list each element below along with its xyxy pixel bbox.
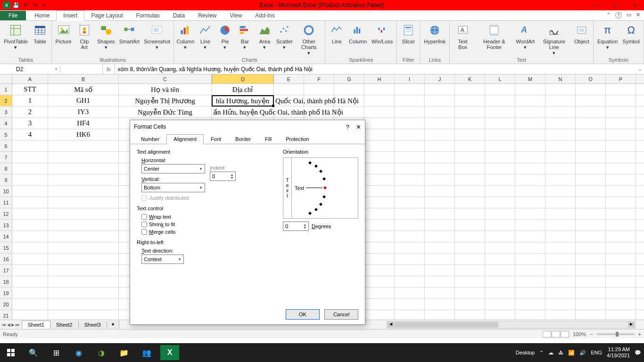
tab-addins[interactable]: Add-Ins: [248, 11, 281, 20]
row-header-11[interactable]: 11: [0, 197, 12, 208]
dialog-titlebar[interactable]: Format Cells ? ✕: [130, 120, 365, 133]
search-icon[interactable]: 🔍: [23, 343, 44, 362]
cell-A5[interactable]: 4: [12, 129, 48, 140]
excel-taskbar-icon[interactable]: X: [160, 345, 179, 360]
row-header-16[interactable]: 16: [0, 254, 12, 265]
bar-chart-button[interactable]: Bar▾: [235, 22, 254, 51]
sheet-nav-next-icon[interactable]: ▶: [11, 322, 15, 327]
orient-arc[interactable]: Text: [292, 158, 358, 218]
tray-language[interactable]: ENG: [591, 350, 602, 355]
row-header-17[interactable]: 17: [0, 265, 12, 276]
col-header-G[interactable]: G: [334, 74, 364, 83]
orient-vertical-text[interactable]: Text: [283, 158, 292, 218]
col-header-P[interactable]: P: [606, 74, 636, 83]
table-button[interactable]: Table: [31, 22, 50, 45]
row-header-7[interactable]: 7: [0, 152, 12, 163]
dialog-help-icon[interactable]: ?: [346, 123, 349, 131]
row-header-8[interactable]: 8: [0, 163, 12, 174]
row-header-13[interactable]: 13: [0, 220, 12, 231]
help-icon[interactable]: ?: [615, 12, 622, 18]
ok-button[interactable]: OK: [286, 309, 320, 320]
pie-chart-button[interactable]: Pie▾: [215, 22, 234, 51]
app-icon-1[interactable]: ◑: [91, 343, 112, 362]
wrap-text-checkbox[interactable]: [141, 214, 147, 220]
sheet-nav-prev-icon[interactable]: ◀: [7, 322, 10, 327]
minimize-button[interactable]: ─: [587, 0, 606, 10]
horizontal-scrollbar[interactable]: ◀▶: [387, 321, 636, 329]
sheet-tab-1[interactable]: Sheet1: [22, 321, 50, 329]
sheet-tab-2[interactable]: Sheet2: [50, 321, 79, 329]
row-header-10[interactable]: 10: [0, 186, 12, 197]
tray-onedrive-icon[interactable]: ☁: [548, 350, 553, 356]
smartart-button[interactable]: SmartArt: [117, 22, 141, 45]
col-header-F[interactable]: F: [304, 74, 334, 83]
cell-B1[interactable]: Mã số: [48, 84, 119, 95]
scatter-chart-button[interactable]: Scatter▾: [275, 22, 294, 51]
column-chart-button[interactable]: Column▾: [176, 22, 195, 51]
col-header-M[interactable]: M: [515, 74, 545, 83]
new-sheet-button[interactable]: ✦: [107, 321, 119, 329]
sheet-nav-last-icon[interactable]: ⏭: [16, 322, 20, 327]
slicer-button[interactable]: Slicer: [399, 22, 418, 45]
view-normal-button[interactable]: [543, 331, 551, 337]
cell-D2[interactable]: hĩa Hương, huyện: [212, 95, 274, 106]
degrees-spinner[interactable]: 0▲▼: [283, 222, 309, 231]
sheet-nav-first-icon[interactable]: ⏮: [2, 322, 6, 327]
view-pagebreak-button[interactable]: [561, 331, 569, 337]
zoom-out-button[interactable]: −: [590, 331, 593, 337]
tab-view[interactable]: View: [223, 11, 249, 20]
col-header-C[interactable]: C: [119, 74, 212, 83]
formula-input[interactable]: xóm 8, thônVăn Quang, xã Nghĩa Hương, hu…: [115, 66, 636, 73]
horizontal-select[interactable]: Center▼: [141, 164, 205, 173]
tab-file[interactable]: File: [0, 11, 26, 20]
cell-B4[interactable]: HF4: [48, 118, 119, 129]
row-header-4[interactable]: 4: [0, 118, 12, 129]
shapes-button[interactable]: Shapes▾: [95, 22, 116, 51]
sparkline-winloss-button[interactable]: Win/Loss: [370, 22, 395, 45]
cell-D1[interactable]: Địa chỉ: [212, 84, 274, 95]
vertical-select[interactable]: Bottom▼: [141, 183, 205, 192]
area-chart-button[interactable]: Area▾: [255, 22, 274, 51]
tab-review[interactable]: Review: [191, 11, 223, 20]
sparkline-column-button[interactable]: Column: [347, 22, 369, 45]
row-header-5[interactable]: 5: [0, 129, 12, 140]
signature-line-button[interactable]: Signature Line▾: [537, 22, 571, 57]
dialog-tab-border[interactable]: Border: [228, 134, 258, 144]
orientation-control[interactable]: Text Text: [283, 157, 358, 219]
col-header-A[interactable]: A: [12, 74, 48, 83]
cancel-button[interactable]: Cancel: [324, 309, 358, 320]
tray-network-icon[interactable]: 🖧: [558, 350, 563, 355]
sheet-tab-3[interactable]: Sheet3: [79, 321, 107, 329]
tab-insert[interactable]: Insert: [56, 10, 84, 21]
shrink-to-fit-checkbox[interactable]: [141, 222, 147, 227]
clipart-button[interactable]: Clip Art: [74, 22, 94, 51]
dialog-tab-fill[interactable]: Fill: [258, 134, 279, 144]
cell-A3[interactable]: 2: [12, 107, 48, 117]
row-header-19[interactable]: 19: [0, 288, 12, 299]
tab-page-layout[interactable]: Page Layout: [84, 11, 129, 20]
col-header-K[interactable]: K: [455, 74, 485, 83]
start-button[interactable]: [0, 343, 22, 362]
ribbon-minimize-icon[interactable]: ⌃: [606, 12, 611, 18]
teams-icon[interactable]: 👥: [136, 343, 157, 362]
tray-wifi-icon[interactable]: 📶: [568, 350, 575, 356]
cell-C1[interactable]: Họ và tên: [119, 84, 212, 95]
col-header-B[interactable]: B: [48, 74, 119, 83]
undo-icon[interactable]: ↶: [22, 1, 29, 9]
tab-home[interactable]: Home: [28, 11, 56, 20]
zoom-level[interactable]: 100%: [573, 331, 586, 337]
cell-C3[interactable]: Nguyễn Đức Tùng: [119, 107, 212, 117]
col-header-E[interactable]: E: [274, 74, 304, 83]
view-pagelayout-button[interactable]: [552, 331, 560, 337]
tray-volume-icon[interactable]: 🔊: [579, 350, 586, 356]
zoom-slider[interactable]: [597, 333, 635, 335]
taskbar-clock[interactable]: 11:29 AM 4/19/2021: [607, 346, 630, 359]
cell-A2[interactable]: 1: [12, 95, 48, 106]
row-header-1[interactable]: 1: [0, 84, 12, 95]
row-header-18[interactable]: 18: [0, 276, 12, 288]
redo-icon[interactable]: ↷: [31, 1, 39, 9]
text-direction-select[interactable]: Context▼: [141, 255, 184, 264]
col-header-J[interactable]: J: [425, 74, 455, 83]
merge-cells-checkbox[interactable]: [141, 229, 147, 235]
dialog-tab-font[interactable]: Font: [204, 134, 228, 144]
